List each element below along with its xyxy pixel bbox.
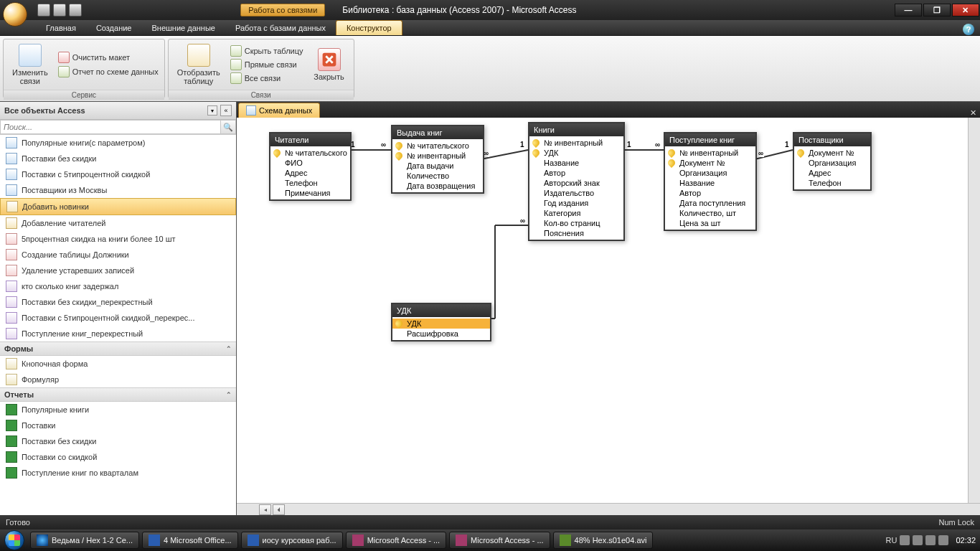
nav-item[interactable]: Поставки с 5типроцентной скидкой: [0, 166, 236, 182]
table-field[interactable]: Количество: [392, 171, 483, 181]
tray-icon[interactable]: [913, 535, 923, 545]
nav-item[interactable]: Поставки без скидки_перекрестный: [0, 294, 236, 310]
taskbar-word1[interactable]: 4 Microsoft Office...: [142, 532, 238, 549]
table-field[interactable]: Дата поступления: [665, 198, 755, 208]
table-title[interactable]: Поступление книг: [665, 133, 755, 146]
nav-item[interactable]: Поставщики из Москвы: [0, 182, 236, 198]
table-field[interactable]: Дата выдачи: [392, 161, 483, 171]
taskbar-video[interactable]: 48% Hex.s01e04.avi: [553, 532, 654, 549]
navpane-header[interactable]: Все объекты Access ▾ «: [0, 102, 236, 120]
nav-item[interactable]: кто сколько книг задержал: [0, 278, 236, 294]
table-field[interactable]: № инвентарный: [529, 138, 623, 148]
relation-table-books[interactable]: Книги№ инвентарныйУДКНазваниеАвторАвторс…: [528, 122, 625, 241]
table-field[interactable]: УДК: [392, 319, 490, 329]
nav-item[interactable]: Поставки: [0, 418, 236, 433]
vertical-scrollbar[interactable]: [968, 118, 980, 503]
search-input[interactable]: [0, 120, 220, 134]
doc-close-icon[interactable]: ✕: [966, 108, 980, 118]
nav-item[interactable]: Формуляр: [0, 372, 236, 387]
table-field[interactable]: Название: [665, 178, 755, 188]
tray-network-icon[interactable]: [938, 535, 948, 545]
nav-item[interactable]: Удаление устаревших записей: [0, 263, 236, 278]
table-field[interactable]: ФИО: [270, 158, 350, 168]
nav-item[interactable]: Поставки со скидкой: [0, 449, 236, 465]
scroll-left-start-icon[interactable]: ⏴: [273, 504, 285, 515]
doc-tab-schema[interactable]: Схема данных: [238, 103, 320, 118]
table-field[interactable]: Документ №: [665, 158, 755, 168]
table-field[interactable]: Примечания: [270, 188, 350, 198]
table-field[interactable]: Автор: [665, 188, 755, 198]
direct-relations-button[interactable]: Прямые связи: [229, 58, 305, 71]
nav-item[interactable]: Популярные книги(с параметром): [0, 135, 236, 151]
table-title[interactable]: УДК: [392, 304, 490, 317]
relation-report-button[interactable]: Отчет по схеме данных: [57, 65, 160, 78]
nav-item[interactable]: Поступление книг_перекрестный: [0, 326, 236, 342]
table-field[interactable]: Пояснения: [529, 228, 623, 238]
table-field[interactable]: Дата возвращения: [392, 181, 483, 191]
all-relations-button[interactable]: Все связи: [229, 72, 305, 85]
table-field[interactable]: Кол-во страниц: [529, 218, 623, 228]
nav-item[interactable]: Кнопочная форма: [0, 356, 236, 372]
table-field[interactable]: Телефон: [794, 178, 870, 188]
table-field[interactable]: № читательского: [270, 148, 350, 158]
show-table-button[interactable]: Отобразить таблицу: [173, 42, 225, 87]
tab-home[interactable]: Главная: [36, 21, 86, 35]
table-field[interactable]: Издательство: [529, 188, 623, 198]
relation-table-issue[interactable]: Выдача книг№ читательского№ инвентарныйД…: [391, 125, 484, 194]
table-field[interactable]: Организация: [665, 168, 755, 178]
tray-icon[interactable]: [900, 535, 910, 545]
table-field[interactable]: Категория: [529, 208, 623, 218]
relationships-canvas[interactable]: 1∞ ∞1 1∞ ∞1 ∞1 Читатели№ читательскогоФИ…: [237, 118, 980, 503]
table-field[interactable]: № инвентарный: [665, 148, 755, 158]
lang-indicator[interactable]: RU: [886, 536, 897, 545]
nav-item[interactable]: Создание таблицы Должники: [0, 247, 236, 263]
table-field[interactable]: Адрес: [270, 168, 350, 178]
search-icon[interactable]: 🔍: [220, 120, 236, 134]
table-field[interactable]: УДК: [529, 148, 623, 158]
relation-table-suppliers[interactable]: ПоставщикиДокумент №ОрганизацияАдресТеле…: [793, 132, 872, 191]
tab-create[interactable]: Создание: [86, 21, 142, 35]
table-field[interactable]: Год издания: [529, 198, 623, 208]
navpane-list[interactable]: Популярные книги(с параметром)Поставки б…: [0, 135, 236, 515]
table-field[interactable]: Цена за шт: [665, 218, 755, 228]
edit-relations-button[interactable]: Изменить связи: [8, 42, 52, 87]
system-tray[interactable]: RU 02:32: [882, 535, 980, 545]
clock[interactable]: 02:32: [956, 536, 976, 545]
close-designer-button[interactable]: Закрыть: [309, 47, 349, 83]
table-title[interactable]: Выдача книг: [392, 126, 483, 139]
nav-item[interactable]: Популярные книги: [0, 402, 236, 418]
nav-item[interactable]: Поставки с 5типроцентной скидкой_перекре…: [0, 310, 236, 326]
relation-table-arrival[interactable]: Поступление книг№ инвентарныйДокумент №О…: [664, 132, 757, 231]
table-field[interactable]: № читательского: [392, 141, 483, 151]
table-field[interactable]: Телефон: [270, 178, 350, 188]
taskbar-access2[interactable]: Microsoft Access - ...: [449, 532, 550, 549]
tab-external[interactable]: Внешние данные: [142, 21, 225, 35]
navpane-collapse-icon[interactable]: «: [220, 105, 232, 116]
taskbar-word2[interactable]: иосу курсовая раб...: [241, 532, 343, 549]
nav-item[interactable]: Поставки без скидки: [0, 433, 236, 449]
minimize-button[interactable]: —: [895, 4, 922, 17]
table-field[interactable]: Авторский знак: [529, 178, 623, 188]
maximize-button[interactable]: ❐: [923, 4, 951, 17]
table-field[interactable]: Организация: [794, 158, 870, 168]
nav-item[interactable]: Добавление читателей: [0, 215, 236, 231]
qat-undo-icon[interactable]: [53, 4, 66, 17]
tab-design[interactable]: Конструктор: [336, 20, 402, 35]
table-title[interactable]: Читатели: [270, 133, 350, 146]
table-field[interactable]: Название: [529, 158, 623, 168]
table-field[interactable]: Документ №: [794, 148, 870, 158]
table-field[interactable]: Количество, шт: [665, 208, 755, 218]
hide-table-button[interactable]: Скрыть таблицу: [229, 44, 305, 57]
start-button[interactable]: [0, 529, 29, 551]
navgroup-forms[interactable]: Формы⌃: [0, 342, 236, 356]
relation-table-udk[interactable]: УДКУДКРасшифровка: [391, 303, 491, 342]
table-field[interactable]: Адрес: [794, 168, 870, 178]
qat-redo-icon[interactable]: [69, 4, 82, 17]
tray-volume-icon[interactable]: [925, 535, 936, 545]
nav-item[interactable]: Поставки без скидки: [0, 151, 236, 166]
navgroup-reports[interactable]: Отчеты⌃: [0, 387, 236, 402]
table-field[interactable]: Расшифровка: [392, 329, 490, 339]
table-field[interactable]: № инвентарный: [392, 151, 483, 161]
nav-item[interactable]: 5процентная скидка на книги более 10 шт: [0, 231, 236, 247]
taskbar-access1[interactable]: Microsoft Access - ...: [346, 532, 446, 549]
